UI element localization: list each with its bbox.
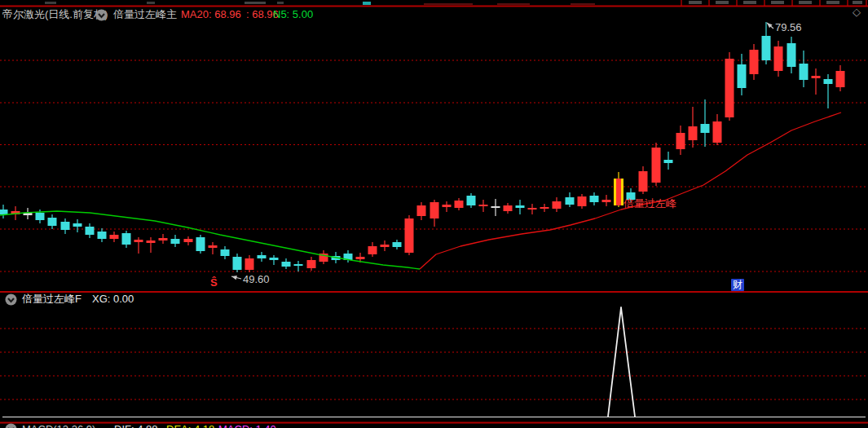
candlestick: [553, 201, 562, 209]
ma-line-green: [0, 211, 420, 269]
candlestick: [590, 196, 599, 202]
candlestick: [639, 171, 648, 192]
toolbar-remnant: [826, 1, 839, 4]
macd-indicator-name[interactable]: MACD(12,26,9): [22, 423, 95, 428]
trading-app-window: { "header": { "title": "帝尔激光(日线.前复权)", "…: [0, 0, 868, 428]
candlestick: [221, 249, 230, 256]
toolbar-remnant: [245, 2, 266, 4]
macd-bar-value: MACD: 1.40: [218, 423, 276, 428]
collapse-main-indicator-icon[interactable]: [95, 9, 108, 24]
candlestick: [110, 235, 119, 239]
signal-annotation: 倍量过左峰: [623, 197, 676, 210]
candlestick: [774, 46, 783, 71]
candlestick: [86, 227, 95, 235]
candlestick: [528, 208, 537, 210]
highlight-stripe: [614, 179, 616, 205]
candlestick: [233, 257, 242, 270]
low-price-label: 49.60: [243, 273, 270, 285]
high-price-label: 79.56: [775, 21, 802, 33]
candlestick: [812, 76, 821, 78]
toolbar-remnant: [853, 1, 862, 4]
candlestick: [504, 205, 513, 211]
candlestick: [307, 260, 316, 268]
candlestick: [443, 205, 452, 207]
candlestick: [98, 232, 107, 239]
candlestick: [368, 246, 377, 254]
candlestick: [417, 205, 426, 216]
collapse-sub-indicator-icon[interactable]: [5, 293, 17, 309]
candlestick: [122, 233, 131, 245]
macd-dea-value: DEA: 4.18: [166, 423, 214, 428]
candlestick: [36, 213, 45, 220]
candlestick: [787, 43, 796, 67]
candlestick: [516, 205, 525, 208]
candlestick: [836, 71, 845, 87]
stock-title: 帝尔激光(日线.前复权): [2, 8, 108, 20]
candlestick: [738, 64, 747, 88]
toolbar-remnant: [771, 1, 784, 4]
candlestick: [0, 210, 8, 214]
collapse-macd-icon[interactable]: [5, 423, 17, 428]
candlestick: [381, 245, 390, 247]
toolbar-remnant: [743, 1, 756, 4]
candlestick: [479, 205, 488, 206]
toolbar-remnant: [424, 3, 473, 5]
ma20-value: MA20: 68.96: [181, 8, 241, 20]
candlestick: [676, 133, 685, 149]
sub-indicator-name[interactable]: 倍量过左峰F: [22, 293, 82, 305]
chevron-down-circle-icon: [95, 9, 108, 21]
toolbar-remnant: [363, 2, 371, 5]
toolbar-remnant: [799, 1, 812, 4]
candlestick: [282, 262, 291, 267]
candlestick: [171, 239, 180, 244]
candlestick: [245, 258, 254, 270]
signal-spike: [608, 307, 635, 417]
toolbar-remnant: [571, 3, 595, 5]
toolbar-remnant: [45, 2, 56, 4]
main-indicator-name[interactable]: 倍量过左峰主: [113, 8, 177, 20]
candlestick: [209, 245, 218, 248]
candlestick: [393, 242, 402, 247]
chevron-down-circle-icon: [5, 293, 17, 306]
candlestick: [491, 206, 500, 208]
candlestick: [762, 36, 771, 60]
finance-event-badge[interactable]: 财: [731, 279, 744, 291]
sub-indicator-value: XG: 0.00: [92, 293, 134, 305]
n5-value: N5: 5.00: [273, 8, 313, 20]
candlestick: [713, 121, 722, 143]
price-chart-canvas[interactable]: [0, 0, 868, 428]
candlestick: [566, 197, 575, 205]
candlestick: [356, 257, 365, 259]
candlestick: [689, 126, 698, 140]
candlestick: [824, 79, 833, 84]
candlestick: [134, 240, 143, 242]
candlestick: [405, 218, 414, 253]
toolbar-remnant: [147, 2, 155, 4]
candlestick: [664, 160, 673, 163]
toolbar-remnant: [716, 1, 729, 4]
candlestick: [467, 196, 476, 205]
candlestick: [540, 207, 549, 209]
chevron-down-circle-icon: [5, 423, 17, 428]
candlestick: [184, 239, 193, 242]
candlestick: [61, 222, 70, 230]
sell-marker: Ŝ: [210, 277, 218, 288]
candlestick: [258, 255, 267, 258]
candlestick: [701, 124, 710, 133]
candlestick: [73, 223, 82, 227]
candlestick: [48, 218, 57, 226]
candlestick: [652, 148, 661, 183]
toolbar-remnant: [689, 1, 702, 4]
candlestick: [455, 201, 464, 208]
toolbar-remnant: [277, 2, 284, 4]
candlestick: [725, 59, 734, 117]
candlestick: [602, 200, 611, 202]
toolbar-remnant: [497, 3, 530, 5]
candlestick: [750, 50, 759, 74]
diamond-icon[interactable]: ◇: [853, 7, 861, 17]
candlestick: [270, 258, 279, 260]
candlestick: [294, 264, 303, 266]
candlestick: [800, 64, 809, 80]
candlestick: [159, 238, 168, 240]
candlestick: [430, 202, 439, 218]
